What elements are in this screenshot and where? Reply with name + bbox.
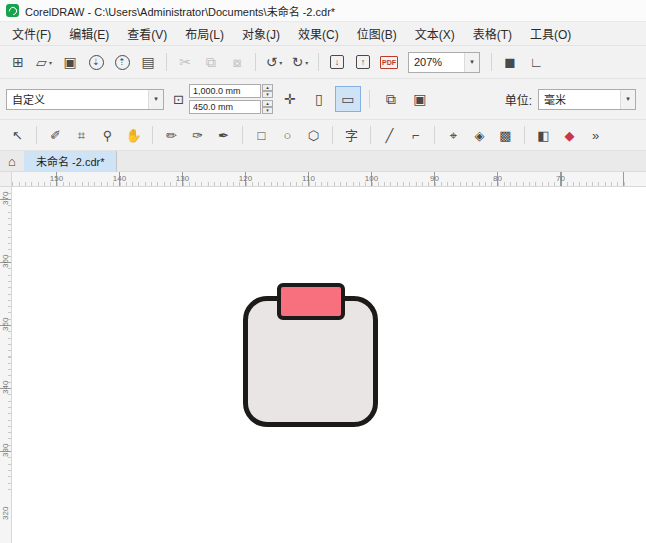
polygon-tool-button[interactable]: ⬡ <box>302 124 325 146</box>
units-value: 毫米 <box>539 90 620 109</box>
outline-pen-tool-icon: ◈ <box>475 129 485 142</box>
pick-tool-button[interactable]: ↖ <box>6 124 29 146</box>
artistic-media-tool-button[interactable]: ✑ <box>186 124 209 146</box>
crop-tool-icon: ⌗ <box>78 129 85 142</box>
chevron-down-icon[interactable]: ▾ <box>620 90 635 109</box>
page-dimensions-icon: ⊡ <box>173 92 184 107</box>
canvas[interactable] <box>12 187 646 543</box>
smart-fill-tool-button[interactable]: ◆ <box>558 124 581 146</box>
menu-item[interactable]: 文本(X) <box>406 22 464 45</box>
drawn-red-tab[interactable] <box>277 283 345 320</box>
menu-item[interactable]: 工具(O) <box>521 22 580 45</box>
menu-item[interactable]: 编辑(E) <box>60 22 118 45</box>
new-document-button[interactable]: ⊞ <box>6 50 30 74</box>
menu-item[interactable]: 布局(L) <box>176 22 233 45</box>
vertical-ruler[interactable]: 370360350340330320 <box>0 187 12 543</box>
redo-button[interactable]: ↻▾ <box>288 50 312 74</box>
menu-item[interactable]: 表格(T) <box>464 22 521 45</box>
outline-pen-tool-button[interactable]: ◈ <box>468 124 491 146</box>
nudge-offset-icon: ✛ <box>284 92 296 106</box>
open-from-cloud-button[interactable]: ⇣ <box>84 50 108 74</box>
smart-fill-tool-icon: ◆ <box>565 129 575 142</box>
shape-tool-button[interactable]: ✐ <box>44 124 67 146</box>
rectangle-tool-button[interactable]: □ <box>250 124 273 146</box>
page-width-input[interactable] <box>189 84 261 98</box>
chevron-down-icon: ▾ <box>305 59 308 66</box>
ruler-number: 150 <box>25 172 88 185</box>
chevron-down-icon[interactable]: ▾ <box>148 90 163 109</box>
window-title: CorelDRAW - C:\Users\Administrator\Docum… <box>25 3 335 19</box>
chevron-down-icon: ▾ <box>279 59 282 66</box>
ruler-number: 90 <box>403 172 466 185</box>
export-button[interactable]: ↑ <box>351 50 375 74</box>
home-icon[interactable]: ⌂ <box>0 151 24 171</box>
paste-button[interactable]: ⧇ <box>225 50 249 74</box>
units-select[interactable]: 毫米 ▾ <box>538 89 636 110</box>
menu-item[interactable]: 文件(F) <box>3 22 60 45</box>
apply-current-page-button[interactable]: ▣ <box>408 87 432 111</box>
pan-tool-button[interactable]: ✋ <box>122 124 145 146</box>
page-size-preset-select[interactable]: 自定义 ▾ <box>6 89 164 110</box>
zoom-level-select[interactable]: 207% ▾ <box>408 52 480 73</box>
full-screen-preview-button[interactable]: ◼ <box>498 50 522 74</box>
fill-tool-button[interactable]: ▩ <box>494 124 517 146</box>
ruler-number: 100 <box>340 172 403 185</box>
menu-item[interactable]: 效果(C) <box>289 22 348 45</box>
ruler-number: 340 <box>0 356 11 419</box>
save-icon: ▣ <box>63 55 76 69</box>
import-button[interactable]: ↓ <box>325 50 349 74</box>
nudge-offset-button[interactable]: ✛ <box>278 87 302 111</box>
separator <box>318 53 319 71</box>
shape-tool-icon: ✐ <box>50 129 61 142</box>
document-tab[interactable]: 未命名 -2.cdr* <box>24 151 117 171</box>
width-decrement-button[interactable]: ▾ <box>262 91 273 98</box>
publish-pdf-button[interactable]: PDF <box>377 50 401 74</box>
save-button[interactable]: ▣ <box>58 50 82 74</box>
show-rulers-button[interactable]: ∟ <box>524 50 548 74</box>
save-to-cloud-icon: ⇡ <box>115 55 130 70</box>
menu-item[interactable]: 对象(J) <box>233 22 289 45</box>
horizontal-ruler[interactable]: 150140130120110100908070 <box>12 172 646 187</box>
print-button[interactable]: ▤ <box>136 50 160 74</box>
copy-button[interactable]: ⧉ <box>199 50 223 74</box>
height-increment-button[interactable]: ▴ <box>262 100 273 107</box>
undo-button[interactable]: ↺▾ <box>262 50 286 74</box>
freehand-tool-button[interactable]: ✏ <box>160 124 183 146</box>
page-height-row: ▴ ▾ <box>189 100 273 114</box>
chevron-down-icon[interactable]: ▾ <box>464 53 479 72</box>
ruler-origin[interactable] <box>0 172 12 187</box>
more-tools-button[interactable]: » <box>584 124 607 146</box>
ruler-number: 320 <box>0 482 11 543</box>
ruler-number: 70 <box>529 172 592 185</box>
save-to-cloud-button[interactable]: ⇡ <box>110 50 134 74</box>
landscape-button[interactable]: ▭ <box>336 87 360 111</box>
ellipse-tool-button[interactable]: ○ <box>276 124 299 146</box>
separator <box>36 126 37 144</box>
open-button[interactable]: ▱▾ <box>32 50 56 74</box>
pen-tool-button[interactable]: ✒ <box>212 124 235 146</box>
pan-tool-icon: ✋ <box>125 129 141 142</box>
document-tab-label: 未命名 -2.cdr* <box>36 153 104 169</box>
text-tool-button[interactable]: 字 <box>340 124 363 146</box>
connector-tool-button[interactable]: ⌐ <box>404 124 427 146</box>
apply-all-pages-button[interactable]: ⧉ <box>379 87 403 111</box>
width-increment-button[interactable]: ▴ <box>262 84 273 91</box>
pick-tool-icon: ↖ <box>12 129 23 142</box>
dimension-tool-button[interactable]: ╱ <box>378 124 401 146</box>
portrait-button[interactable]: ▯ <box>307 87 331 111</box>
cut-button[interactable]: ✂ <box>173 50 197 74</box>
open-from-cloud-icon: ⇣ <box>89 55 104 70</box>
menu-item[interactable]: 查看(V) <box>118 22 176 45</box>
crop-tool-button[interactable]: ⌗ <box>70 124 93 146</box>
polygon-tool-icon: ⬡ <box>308 129 319 142</box>
height-decrement-button[interactable]: ▾ <box>262 107 273 114</box>
menu-item[interactable]: 位图(B) <box>348 22 406 45</box>
freehand-tool-icon: ✏ <box>166 129 177 142</box>
page-height-input[interactable] <box>189 100 261 114</box>
pen-tool-icon: ✒ <box>218 129 229 142</box>
color-eyedropper-tool-button[interactable]: ⌖ <box>442 124 465 146</box>
ruler-number: 120 <box>214 172 277 185</box>
zoom-tool-button[interactable]: ⚲ <box>96 124 119 146</box>
interactive-fill-tool-button[interactable]: ◧ <box>532 124 555 146</box>
ruler-number: 370 <box>0 187 11 230</box>
